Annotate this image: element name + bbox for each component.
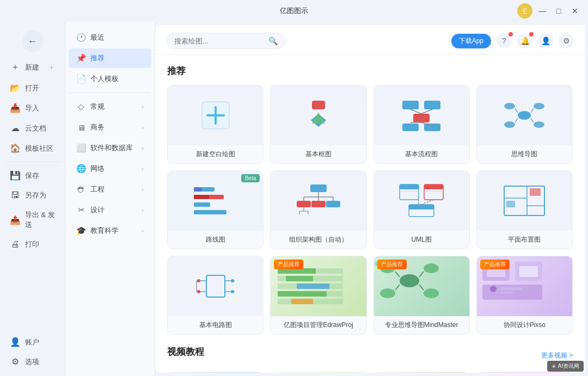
template-card-flow[interactable]: 基本流程图 [373,85,470,164]
svg-rect-31 [310,184,327,192]
sidebar-item-saveas[interactable]: 🖫 另存为 [3,186,62,205]
svg-rect-4 [312,101,325,109]
svg-line-86 [419,272,424,277]
close-button[interactable]: ✕ [568,4,581,17]
back-button[interactable]: ← [22,30,44,52]
svg-line-22 [531,108,534,113]
maximize-button[interactable]: □ [552,4,565,17]
template-card-org[interactable]: 组织架构图（自动） [270,170,366,249]
mindmap-svg [500,96,549,134]
template-card-edrawproj[interactable]: 产品推荐 [270,256,366,335]
sidebar-item-save[interactable]: 💾 保存 [3,166,62,185]
user-icon: 👤 [541,36,550,45]
more-videos-link[interactable]: 更多视频 > [541,351,573,360]
mindmaster-preview: 产品推荐 [374,256,469,316]
svg-point-67 [231,279,234,282]
import-icon: 📥 [10,103,21,113]
user-button[interactable]: 👤 [538,33,553,48]
sidebar-item-export[interactable]: 📤 导出 & 发送 [3,206,62,234]
ai-watermark: ✳ AI资讯网 [547,361,584,372]
sidebar-item-account[interactable]: 👤 账户 [3,332,62,352]
general-icon: ◇ [76,102,86,112]
minimize-button[interactable]: — [536,4,549,17]
sidebar-item-community[interactable]: 🏠 模板社区 [3,139,62,158]
sidebar-item-new[interactable]: ＋ 新建 ＋ [3,57,62,77]
template-card-mindmap[interactable]: 思维导图 [476,85,573,164]
general-label: 常规 [90,102,105,112]
download-button[interactable]: 下载App [451,34,491,48]
mid-item-engineering[interactable]: ⛑ 工程 › [69,180,151,199]
notification-button[interactable]: 🔔 [517,33,532,48]
mid-item-network[interactable]: 🌐 网络 › [69,159,151,178]
mid-item-business[interactable]: 🖥 商务 › [69,118,151,137]
mid-item-personal[interactable]: 📄 个人模板 [69,69,151,89]
video-card-4[interactable] [476,372,573,373]
cloud-label: 云文档 [25,124,55,133]
education-icon: 🎓 [76,226,86,236]
svg-line-87 [395,285,400,290]
sidebar-item-open[interactable]: 📂 打开 [3,78,62,97]
business-label: 商务 [90,122,105,132]
account-label: 账户 [25,337,55,347]
video-card-1[interactable] [167,372,264,373]
search-input[interactable] [174,37,264,45]
video-section-title: 视频教程 [167,346,204,358]
template-card-uml[interactable]: UML图 [373,170,470,249]
bell-icon: 🔔 [520,36,530,45]
svg-line-53 [421,200,433,205]
template-preview-layout [477,171,572,231]
svg-point-83 [380,288,395,298]
svg-line-12 [411,109,421,114]
svg-point-19 [504,121,515,128]
mid-item-general[interactable]: ◇ 常规 › [69,97,151,116]
chevron-icon-6: › [142,207,144,213]
mid-item-recommended[interactable]: 📌 推荐 [69,48,151,68]
sidebar-item-print[interactable]: 🖨 打印 [3,235,62,254]
svg-line-85 [395,272,400,277]
svg-rect-39 [326,201,340,207]
template-card-blank[interactable]: 新建空白绘图 [167,85,264,164]
template-card-roadmap[interactable]: Beta 路线图 [167,170,264,249]
svg-point-84 [424,288,439,298]
svg-rect-38 [311,201,326,207]
svg-rect-7 [402,101,419,109]
svg-rect-45 [400,184,419,189]
mid-item-software[interactable]: ⬜ 软件和数据库 › [69,138,151,158]
engineering-label: 工程 [90,184,105,194]
mid-item-recent[interactable]: 🕐 最近 [69,28,151,47]
svg-rect-59 [506,201,515,207]
help-button[interactable]: ? [497,33,512,48]
recommend-section-title: 推荐 [167,65,573,77]
settings-button[interactable]: ⚙ [559,33,574,48]
template-preview-frame [271,85,366,145]
template-label-blank: 新建空白绘图 [193,145,238,163]
template-card-mindmaster[interactable]: 产品推荐 [373,256,470,335]
sidebar-item-import[interactable]: 📥 导入 [3,98,62,118]
mid-item-design[interactable]: ✂ 设计 › [69,200,151,220]
blank-plus-svg [199,99,232,132]
new-icon: ＋ [10,61,21,73]
template-card-frame[interactable]: 基本框图 [270,85,366,164]
svg-rect-26 [194,187,202,192]
template-card-circuit[interactable]: 基本电路图 [167,256,264,335]
template-card-layout[interactable]: 平面布置图 [476,170,573,249]
video-card-2[interactable] [270,372,366,373]
sidebar-item-options[interactable]: ⚙ 选项 [3,352,62,371]
template-label-circuit: 基本电路图 [196,316,235,334]
template-card-pixso[interactable]: 产品推荐 [476,256,573,335]
mid-item-education[interactable]: 🎓 教育科学 › [69,221,151,241]
template-label-frame: 基本框图 [302,145,335,163]
avatar-button[interactable]: E [517,3,532,19]
sidebar-item-cloud[interactable]: ☁ 云文档 [3,119,62,138]
save-icon: 💾 [10,170,21,181]
recent-icon: 🕐 [76,33,86,42]
template-label-uml: UML图 [408,231,434,249]
chevron-icon-3: › [142,145,144,151]
search-box[interactable]: 🔍 [166,33,286,49]
design-icon: ✂ [76,205,86,215]
video-card-3[interactable] [373,372,470,373]
content-scroll[interactable]: 推荐 新建空白绘图 [155,55,585,373]
svg-rect-60 [206,275,225,297]
community-label: 模板社区 [25,144,55,153]
open-icon: 📂 [10,83,21,93]
